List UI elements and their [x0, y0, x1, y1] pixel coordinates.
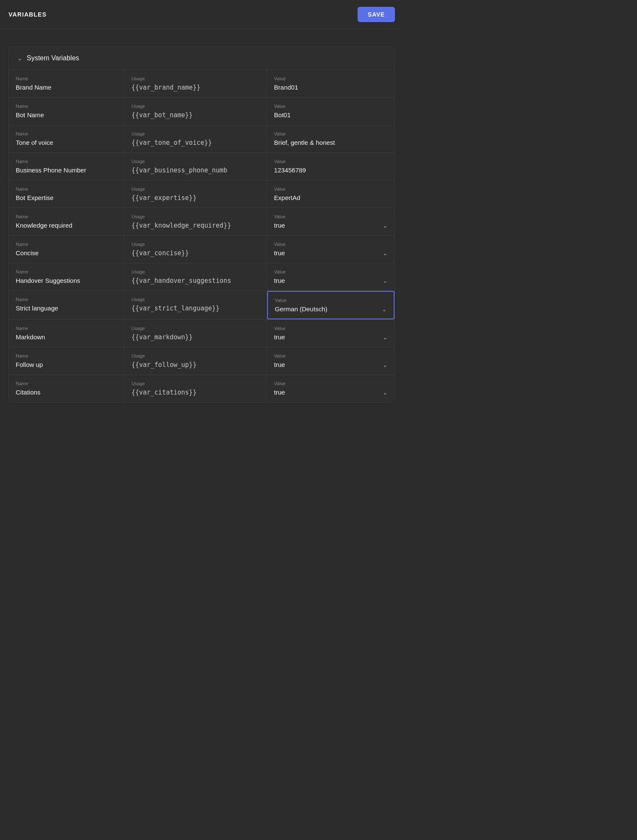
usage-cell-6: Usage {{var_concise}}: [124, 236, 267, 263]
usage-cell-8: Usage {{var_strict_language}}: [124, 291, 267, 319]
collapse-icon[interactable]: ⌄: [17, 55, 23, 62]
value-cell-9[interactable]: Value true ⌄: [267, 320, 395, 347]
table-row: Name Markdown Usage {{var_markdown}} Val…: [9, 320, 395, 347]
table-row: Name Strict language Usage {{var_strict_…: [9, 291, 395, 320]
name-cell-11: Name Citations: [9, 375, 124, 402]
table-row: Name Follow up Usage {{var_follow_up}} V…: [9, 347, 395, 375]
usage-cell-11: Usage {{var_citations}}: [124, 375, 267, 402]
usage-cell-7: Usage {{var_handover_suggestions: [124, 263, 267, 290]
value-cell-2: Value Brief, gentle & honest: [267, 125, 395, 152]
value-cell-11[interactable]: Value true ⌄: [267, 375, 395, 402]
table-row: Name Bot Name Usage {{var_bot_name}} Val…: [9, 98, 395, 125]
name-cell-3: Name Business Phone Number: [9, 153, 124, 180]
usage-cell-0: Usage {{var_brand_name}}: [124, 70, 267, 97]
name-cell-0: Name Brand Name: [9, 70, 124, 97]
name-cell-10: Name Follow up: [9, 347, 124, 375]
name-cell-7: Name Handover Suggestions: [9, 263, 124, 290]
dropdown-arrow-icon[interactable]: ⌄: [383, 277, 388, 284]
dropdown-arrow-icon[interactable]: ⌄: [383, 250, 388, 257]
usage-cell-1: Usage {{var_bot_name}}: [124, 98, 267, 125]
table-row: Name Citations Usage {{var_citations}} V…: [9, 375, 395, 402]
table-row: Name Tone of voice Usage {{var_tone_of_v…: [9, 125, 395, 153]
value-cell-5[interactable]: Value true ⌄: [267, 208, 395, 235]
dropdown-arrow-icon[interactable]: ⌄: [383, 389, 388, 396]
section-title: System Variables: [27, 54, 79, 62]
top-bar: VARIABLES SAVE: [0, 0, 403, 29]
variables-list: Name Brand Name Usage {{var_brand_name}}…: [9, 70, 395, 402]
save-button[interactable]: SAVE: [358, 7, 395, 22]
name-cell-2: Name Tone of voice: [9, 125, 124, 152]
usage-cell-10: Usage {{var_follow_up}}: [124, 347, 267, 375]
usage-cell-9: Usage {{var_markdown}}: [124, 320, 267, 347]
name-cell-9: Name Markdown: [9, 320, 124, 347]
dropdown-arrow-icon[interactable]: ⌄: [383, 334, 388, 341]
name-cell-4: Name Bot Expertise: [9, 180, 124, 208]
value-cell-4: Value ExpertAd: [267, 180, 395, 208]
value-cell-8[interactable]: Value German (Deutsch) ⌄: [267, 291, 395, 319]
dropdown-arrow-icon[interactable]: ⌄: [383, 361, 388, 368]
value-cell-7[interactable]: Value true ⌄: [267, 263, 395, 290]
page-title: VARIABLES: [8, 11, 47, 18]
name-cell-8: Name Strict language: [9, 291, 124, 319]
table-row: Name Handover Suggestions Usage {{var_ha…: [9, 263, 395, 291]
table-row: Name Business Phone Number Usage {{var_b…: [9, 153, 395, 180]
dropdown-arrow-icon[interactable]: ⌄: [382, 306, 387, 313]
dropdown-arrow-icon[interactable]: ⌄: [383, 222, 388, 229]
table-row: Name Brand Name Usage {{var_brand_name}}…: [9, 70, 395, 98]
section-header: ⌄ System Variables: [9, 47, 395, 70]
table-row: Name Bot Expertise Usage {{var_expertise…: [9, 180, 395, 208]
usage-cell-2: Usage {{var_tone_of_voice}}: [124, 125, 267, 152]
value-cell-3: Value 123456789: [267, 153, 395, 180]
main-content: ⌄ System Variables Name Brand Name Usage…: [0, 29, 403, 420]
value-cell-6[interactable]: Value true ⌄: [267, 236, 395, 263]
name-cell-6: Name Concise: [9, 236, 124, 263]
usage-cell-4: Usage {{var_expertise}}: [124, 180, 267, 208]
value-cell-10[interactable]: Value true ⌄: [267, 347, 395, 375]
usage-cell-5: Usage {{var_knowledge_required}}: [124, 208, 267, 235]
name-cell-1: Name Bot Name: [9, 98, 124, 125]
value-cell-1: Value Bot01: [267, 98, 395, 125]
name-cell-5: Name Knowledge required: [9, 208, 124, 235]
value-cell-0: Value Brand01: [267, 70, 395, 97]
table-row: Name Concise Usage {{var_concise}} Value…: [9, 236, 395, 263]
system-variables-section: ⌄ System Variables Name Brand Name Usage…: [8, 46, 395, 403]
usage-cell-3: Usage {{var_business_phone_numb: [124, 153, 267, 180]
table-row: Name Knowledge required Usage {{var_know…: [9, 208, 395, 236]
